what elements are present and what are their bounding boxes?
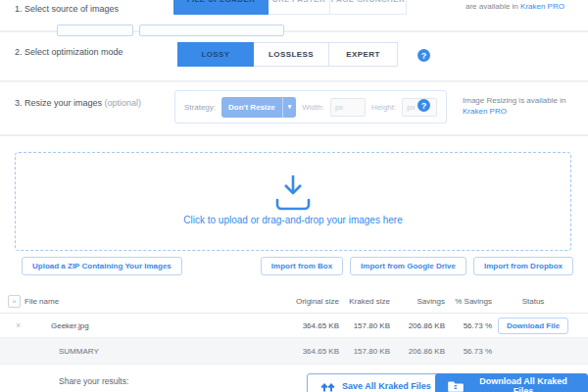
upload-zip-button[interactable]: Upload a ZIP Containing Your Images: [22, 257, 182, 275]
step3-label-optional: (optional): [105, 98, 142, 108]
save-button-label: Save All Kraked Files: [342, 381, 431, 391]
header-percent-savings: % Savings: [445, 297, 492, 306]
step2-label: 2. Select optimization mode: [15, 47, 123, 57]
import-dropbox-button[interactable]: Import from Dropbox: [473, 257, 573, 275]
download-file-button[interactable]: Download File: [498, 318, 568, 334]
kraken-optimizer-page: 1. Select source of images FILE UPLOADER…: [0, 0, 588, 392]
kraken-pro-link[interactable]: Kraken PRO: [520, 2, 564, 11]
download-all-kraked-files-button[interactable]: Download All Kraked Files: [435, 373, 588, 392]
download-all-button-label: Download All Kraked Files: [471, 376, 575, 392]
resize-pro-note: Image Resizing is available in Kraken PR…: [463, 95, 565, 117]
header-status: Status: [492, 297, 574, 306]
table-summary-row: SUMMARY 364.65 KB 157.80 KB 206.86 KB 56…: [0, 338, 588, 365]
summary-kraked-size: 157.80 KB: [339, 347, 390, 356]
row-x-cell: ×: [8, 320, 24, 330]
source-tab-group: FILE UPLOADER URL PASTER PAGE CRUNCHER: [174, 0, 407, 15]
table-row: × Geeker.jpg 364.65 KB 157.80 KB 206.86 …: [0, 314, 588, 338]
share-results-label: Share your results:: [59, 376, 128, 386]
mode-help-icon[interactable]: ?: [417, 49, 430, 62]
tab-file-uploader[interactable]: FILE UPLOADER: [173, 0, 269, 15]
resize-options-group: Strategy: Don't Resize ▾ Width: Height:: [174, 90, 447, 123]
share-widget-2[interactable]: [139, 24, 284, 36]
tab-lossless[interactable]: LOSSLESS: [253, 42, 329, 67]
pro-note-text: are available in: [466, 2, 518, 11]
step3-resize-row: 3. Resize your images (optional) Strateg…: [0, 82, 588, 136]
results-table: × File name Original size Kraked size Sa…: [0, 289, 588, 365]
height-label: Height:: [371, 103, 396, 112]
header-savings: Savings: [390, 297, 445, 306]
mode-tab-group: LOSSY LOSSLESS EXPERT: [178, 42, 398, 67]
step3-label: 3. Resize your images (optional): [15, 98, 141, 108]
import-button-group: Import from Box Import from Google Drive…: [261, 257, 573, 275]
save-arrows-icon: [320, 381, 335, 392]
chevron-down-icon: ▾: [282, 97, 297, 118]
width-label: Width:: [302, 103, 324, 112]
cell-file-name: Geeker.jpg: [24, 321, 294, 330]
tab-lossy[interactable]: LOSSY: [177, 42, 254, 67]
header-kraked-size: Kraked size: [339, 297, 390, 306]
upload-arrow-icon: [270, 174, 316, 216]
step2-mode-row: 2. Select optimization mode LOSSY LOSSLE…: [0, 32, 588, 82]
table-header-row: × File name Original size Kraked size Sa…: [0, 289, 588, 314]
resize-help-icon[interactable]: ?: [417, 99, 430, 112]
cell-savings: 206.86 KB: [390, 321, 445, 330]
cell-percent-savings: 56.73 %: [445, 321, 492, 330]
tab-url-paster[interactable]: URL PASTER: [268, 0, 330, 15]
strategy-value: Don't Resize: [221, 97, 282, 118]
dropzone-text: Click to upload or drag-and-drop your im…: [16, 215, 570, 225]
header-original-size: Original size: [294, 297, 339, 306]
step3-label-text: 3. Resize your images: [15, 98, 102, 108]
import-google-drive-button[interactable]: Import from Google Drive: [350, 257, 466, 275]
share-widget-1[interactable]: [57, 24, 133, 36]
cell-kraked-size: 157.80 KB: [339, 321, 390, 330]
resize-note-text: Image Resizing is available in: [463, 96, 565, 105]
pro-availability-note: are available in Kraken PRO: [466, 2, 564, 11]
upload-dropzone[interactable]: Click to upload or drag-and-drop your im…: [15, 152, 571, 251]
summary-original-size: 364.65 KB: [294, 347, 339, 356]
tab-page-cruncher[interactable]: PAGE CRUNCHER: [329, 0, 407, 15]
summary-percent-savings: 56.73 %: [445, 347, 492, 356]
cell-original-size: 364.65 KB: [294, 321, 339, 330]
resize-strategy-dropdown[interactable]: Don't Resize ▾: [221, 97, 296, 118]
summary-label: SUMMARY: [24, 347, 294, 356]
save-all-kraked-files-button[interactable]: Save All Kraked Files: [307, 373, 445, 392]
clear-all-icon[interactable]: ×: [8, 295, 21, 308]
import-box-button[interactable]: Import from Box: [261, 257, 343, 275]
cell-status: Download File: [492, 318, 574, 334]
header-file-name: File name: [24, 297, 294, 306]
strategy-label: Strategy:: [184, 103, 216, 112]
zip-folder-icon: [448, 380, 464, 392]
width-input[interactable]: [330, 98, 366, 117]
step1-label: 1. Select source of images: [15, 4, 119, 14]
kraken-pro-link-2[interactable]: Kraken PRO: [463, 107, 507, 116]
summary-savings: 206.86 KB: [390, 347, 445, 356]
tab-expert[interactable]: EXPERT: [328, 42, 398, 67]
remove-file-icon[interactable]: ×: [16, 320, 21, 330]
header-x-cell: ×: [8, 295, 24, 308]
